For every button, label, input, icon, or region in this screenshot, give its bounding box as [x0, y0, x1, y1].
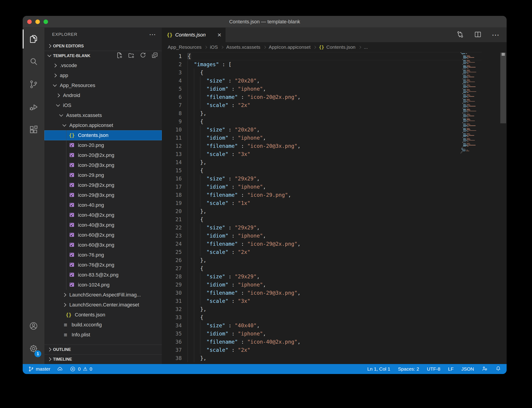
scrollbar-thumb[interactable]: [500, 53, 506, 123]
split-editor-icon[interactable]: [474, 31, 482, 39]
code-line: 16 "size" : "29x29",: [162, 175, 482, 183]
notifications-bell-icon[interactable]: [495, 366, 501, 373]
code-line: 27 {: [162, 264, 482, 272]
tree-item-ios[interactable]: iOS: [44, 100, 162, 110]
indent-guide: [188, 313, 188, 321]
tree-item-icon-1024.png[interactable]: icon-1024.png: [44, 280, 162, 290]
indent-guide: [194, 109, 194, 117]
outline-section[interactable]: OUTLINE: [44, 345, 162, 354]
eol-item[interactable]: LF: [448, 366, 454, 372]
tree-item-icon-29@2x.png[interactable]: icon-29@2x.png: [44, 180, 162, 190]
tree-item-icon-20.png[interactable]: icon-20.png: [44, 140, 162, 150]
tree-item-assets.xcassets[interactable]: Assets.xcassets: [44, 110, 162, 120]
source-control-icon[interactable]: [23, 73, 44, 96]
timeline-label: TIMELINE: [53, 357, 72, 362]
indent-guide: [194, 191, 194, 199]
encoding-item[interactable]: UTF-8: [427, 366, 441, 372]
tree-item-icon-29@3x.png[interactable]: icon-29@3x.png: [44, 190, 162, 200]
indent-guide: [188, 215, 188, 223]
tab-contents-json[interactable]: {} Contents.json ×: [162, 28, 226, 42]
tree-item-app-resources[interactable]: App_Resources: [44, 80, 162, 90]
indent-guide: [188, 280, 188, 289]
tree-item-info.plist[interactable]: ≡Info.plist: [44, 330, 162, 340]
tree-item-contents.json[interactable]: {}Contents.json: [44, 310, 162, 320]
indent-guide: [200, 199, 200, 207]
tree-item-icon-76.png[interactable]: icon-76.png: [44, 250, 162, 260]
timeline-section[interactable]: TIMELINE: [44, 355, 162, 364]
indent-guide: [194, 305, 194, 313]
search-icon[interactable]: [23, 50, 44, 73]
breadcrumb-item[interactable]: {}Contents.json: [319, 44, 355, 50]
explorer-icon[interactable]: [23, 28, 44, 50]
problems-item[interactable]: 0 ⚠ 0: [70, 366, 92, 372]
line-number: 18: [162, 191, 182, 199]
breadcrumb-item[interactable]: ...: [364, 44, 368, 50]
new-folder-icon[interactable]: [128, 52, 135, 60]
breadcrumbs: App_ResourcesiOSAssets.xcassetsAppIcon.a…: [162, 42, 507, 52]
breadcrumb-item[interactable]: AppIcon.appiconset: [269, 44, 310, 50]
indent-guide: [194, 199, 194, 207]
run-debug-icon[interactable]: [23, 96, 44, 118]
window-title: Contents.json — template-blank: [23, 19, 507, 25]
close-tab-icon[interactable]: ×: [217, 32, 221, 38]
open-changes-icon[interactable]: [456, 31, 464, 39]
extensions-icon[interactable]: [23, 118, 44, 141]
code-line: 37 "scale" : "2x": [162, 346, 482, 354]
outline-label: OUTLINE: [53, 347, 71, 352]
account-icon[interactable]: [23, 314, 44, 337]
code-editor[interactable]: 1{2 "images" : [3 {4 "size" : "20x20",5 …: [162, 52, 507, 364]
indent-guide: [194, 240, 194, 248]
tree-item-launchscreen.center.imageset[interactable]: LaunchScreen.Center.imageset: [44, 300, 162, 310]
line-number: 26: [162, 256, 182, 264]
breadcrumb-item[interactable]: App_Resources: [168, 44, 201, 50]
breadcrumb-item[interactable]: Assets.xcassets: [226, 44, 260, 50]
refresh-icon[interactable]: [140, 52, 146, 60]
workspace-section[interactable]: TEMPLATE-BLANK: [44, 51, 162, 60]
warning-icon: ⚠: [83, 366, 87, 372]
tree-item-icon-83.5@2x.png[interactable]: icon-83.5@2x.png: [44, 270, 162, 280]
breadcrumb-separator-icon: [313, 46, 316, 49]
tree-item-icon-60@2x.png[interactable]: icon-60@2x.png: [44, 230, 162, 240]
breadcrumb-item[interactable]: iOS: [210, 44, 218, 50]
feedback-icon[interactable]: [482, 366, 488, 373]
line-number: 8: [162, 109, 182, 117]
tree-item-label: icon-40@3x.png: [78, 222, 114, 228]
git-branch-item[interactable]: master: [28, 366, 50, 372]
cursor-position-item[interactable]: Ln 1, Col 1: [367, 366, 391, 372]
open-editors-section[interactable]: OPEN EDITORS: [44, 41, 162, 51]
tree-item-contents.json[interactable]: {}Contents.json: [44, 130, 162, 140]
settings-gear-icon[interactable]: 1: [23, 337, 44, 360]
chevron-right-icon: [56, 94, 60, 97]
tree-item-build.xcconfig[interactable]: ≡build.xcconfig: [44, 320, 162, 330]
code-line: 2 "images" : [: [162, 60, 482, 68]
tree-item-icon-40@2x.png[interactable]: icon-40@2x.png: [44, 210, 162, 220]
tree-item-icon-40@3x.png[interactable]: icon-40@3x.png: [44, 220, 162, 230]
collapse-all-icon[interactable]: [151, 52, 158, 60]
editor-more-icon[interactable]: ⋯: [492, 34, 500, 36]
tree-item-label: .vscode: [60, 63, 77, 68]
code-line: 7 "scale" : "2x": [162, 101, 482, 109]
minimap[interactable]: [460, 52, 479, 153]
editor-scrollbar[interactable]: [500, 52, 507, 364]
tree-item-.vscode[interactable]: .vscode: [44, 60, 162, 70]
explorer-more-icon[interactable]: ⋯: [149, 33, 156, 36]
indent-guide: [188, 76, 188, 85]
tree-item-launchscreen.aspectfill.imag...[interactable]: LaunchScreen.AspectFill.imag...: [44, 290, 162, 300]
tree-item-icon-40.png[interactable]: icon-40.png: [44, 200, 162, 210]
sync-changes-icon[interactable]: [57, 366, 63, 372]
tree-item-icon-60@3x.png[interactable]: icon-60@3x.png: [44, 240, 162, 250]
tree-item-icon-20@2x.png[interactable]: icon-20@2x.png: [44, 150, 162, 160]
tree-item-icon-29.png[interactable]: icon-29.png: [44, 170, 162, 180]
tree-item-label: Info.plist: [72, 332, 90, 338]
indentation-item[interactable]: Spaces: 2: [398, 366, 419, 372]
tree-item-android[interactable]: Android: [44, 90, 162, 100]
tree-item-label: icon-20@2x.png: [78, 152, 114, 158]
workspace-label: TEMPLATE-BLANK: [53, 53, 90, 58]
new-file-icon[interactable]: [116, 52, 123, 60]
tree-item-icon-76@2x.png[interactable]: icon-76@2x.png: [44, 260, 162, 270]
tree-item-icon-20@3x.png[interactable]: icon-20@3x.png: [44, 160, 162, 170]
tree-item-app[interactable]: app: [44, 70, 162, 80]
tree-item-appicon.appiconset[interactable]: AppIcon.appiconset: [44, 120, 162, 130]
document-file-icon: ≡: [62, 323, 69, 327]
language-mode-item[interactable]: JSON: [461, 366, 474, 372]
